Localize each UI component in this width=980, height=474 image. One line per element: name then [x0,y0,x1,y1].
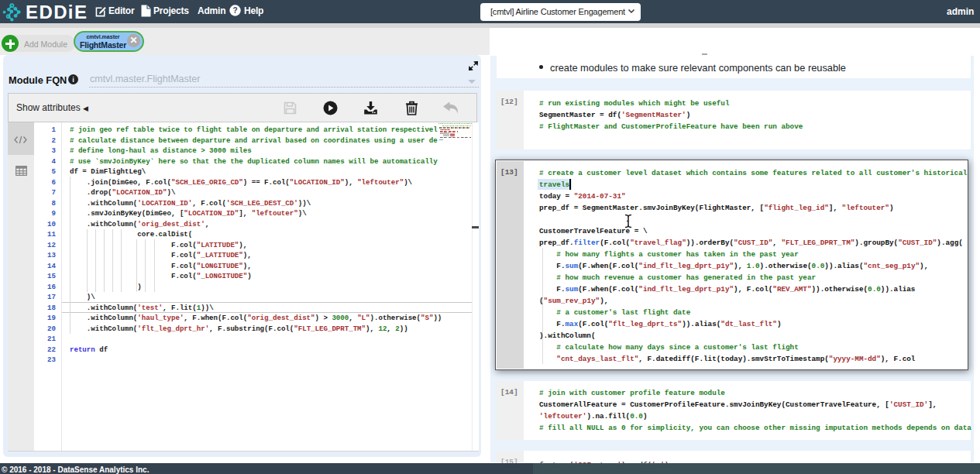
svg-text:?: ? [232,6,237,15]
